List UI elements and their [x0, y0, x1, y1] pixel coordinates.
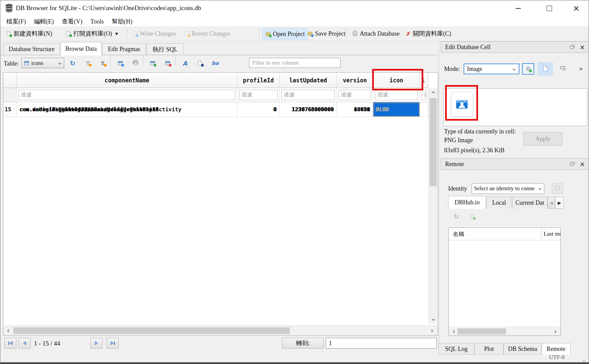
remote-tab-dbhub[interactable]: DBHub.io — [448, 196, 486, 209]
last-record-button[interactable] — [107, 338, 119, 349]
remote-tab-current-database[interactable]: Current Dat — [512, 197, 548, 209]
tab-scroll-right-button[interactable]: ▶ — [555, 197, 564, 209]
write-changes-button[interactable]: Write Changes — [129, 28, 179, 39]
replace-button[interactable]: ba — [210, 58, 220, 68]
scroll-down-button[interactable] — [429, 315, 438, 324]
float-panel-button[interactable] — [570, 161, 575, 168]
cell-profile_id[interactable]: 0 — [237, 102, 280, 117]
horizontal-scrollbar[interactable] — [3, 325, 438, 335]
horizontal-scroll-thumb[interactable] — [458, 328, 506, 334]
cell-icon[interactable]: BLOB — [373, 102, 420, 117]
tab-browse-data[interactable]: Browse Data — [60, 42, 102, 55]
dock-tab-sql-log[interactable]: SQL Log — [438, 343, 474, 355]
import-data-button[interactable]: ⚙ — [522, 63, 534, 75]
remote-refresh-button[interactable]: ↻ — [451, 211, 462, 221]
vertical-scrollbar[interactable] — [428, 88, 438, 324]
blob-image-thumbnail[interactable] — [451, 92, 473, 117]
print-button[interactable] — [130, 58, 141, 68]
dock-tab-plot[interactable]: Plot — [474, 343, 504, 355]
tab-edit-pragmas[interactable]: Edit Pragmas — [102, 43, 146, 55]
attach-database-button[interactable]: Attach Database — [349, 28, 402, 39]
column-filter-input[interactable]: 過濾 — [420, 88, 428, 102]
column-filter-input[interactable]: 過濾 — [337, 88, 373, 102]
refresh-table-button[interactable]: ↻ — [68, 58, 78, 68]
scroll-up-button[interactable] — [429, 88, 438, 97]
save-project-button[interactable]: Save Project — [305, 28, 348, 39]
header-icon[interactable]: icon — [373, 73, 420, 88]
open-project-button[interactable]: Open Project — [262, 28, 308, 40]
header-version[interactable]: version — [337, 73, 373, 88]
menu-edit[interactable]: 編輯(E) — [30, 17, 58, 26]
apply-button[interactable]: Apply — [523, 132, 562, 146]
dock-splitter[interactable] — [439, 41, 439, 354]
scroll-right-button[interactable] — [551, 327, 560, 336]
header-lastUpdated[interactable]: lastUpdated — [280, 73, 337, 88]
remote-tab-local[interactable]: Local — [486, 197, 512, 209]
toolbar-separator — [259, 29, 260, 39]
cell-component[interactable]: com.android.contacts/… — [17, 102, 237, 117]
header-profileId[interactable]: profileId — [237, 73, 280, 88]
chevron-down-icon — [538, 185, 542, 192]
maximize-button[interactable] — [540, 0, 559, 16]
global-filter-input[interactable] — [249, 58, 341, 68]
clone-database-button[interactable] — [552, 183, 563, 194]
cell-partial[interactable] — [420, 102, 428, 117]
scroll-right-button[interactable] — [428, 326, 436, 335]
column-filter-input[interactable]: 過濾 — [237, 88, 280, 102]
cell-last_updated[interactable]: 1230768000000 — [280, 102, 337, 117]
delete-record-button[interactable] — [163, 58, 173, 68]
panel-overflow-button[interactable]: » — [579, 64, 583, 73]
vertical-scroll-thumb[interactable] — [430, 98, 437, 186]
menu-file[interactable]: 檔案(F) — [2, 17, 30, 26]
find-in-cells-button[interactable] — [195, 58, 205, 68]
cell-num[interactable]: 15 — [3, 102, 17, 117]
goto-button[interactable]: 轉到: — [282, 338, 324, 349]
menu-view[interactable]: 查看(V) — [58, 17, 86, 26]
tab-execute-sql[interactable]: 執行 SQL — [146, 43, 184, 55]
header-rownum[interactable] — [3, 73, 17, 88]
close-panel-button[interactable]: × — [580, 161, 585, 167]
cell-version[interactable]: 10731 — [337, 102, 373, 117]
column-filter-input[interactable]: 過濾 — [373, 88, 420, 102]
revert-changes-button[interactable]: Revert Changes — [181, 28, 233, 39]
scroll-left-button[interactable] — [4, 326, 13, 335]
dock-tab-remote[interactable]: Remote — [542, 343, 571, 355]
menu-tools[interactable]: Tools — [86, 17, 108, 26]
horizontal-scroll-thumb[interactable] — [13, 327, 290, 334]
insert-record-button[interactable] — [148, 58, 158, 68]
clear-sorting-button[interactable]: ⇅ — [98, 58, 108, 68]
edit-cell-button[interactable]: A — [180, 58, 190, 68]
first-record-button[interactable] — [4, 338, 16, 349]
new-database-button[interactable]: 新建資料庫(N) — [3, 28, 55, 39]
identity-selector[interactable]: Select an identity to conne — [472, 183, 544, 194]
save-view-button[interactable] — [115, 58, 125, 68]
column-filter-input[interactable]: 過濾 — [280, 88, 337, 102]
header-componentName[interactable]: componentName — [17, 73, 237, 88]
word-wrap-button[interactable] — [558, 64, 568, 74]
scroll-left-button[interactable] — [449, 327, 458, 336]
close-button[interactable]: × — [567, 0, 586, 16]
text-mode-button[interactable] — [538, 62, 553, 76]
open-database-dropdown-icon[interactable]: ▼ — [115, 32, 118, 36]
table-selector[interactable]: icons — [21, 58, 64, 68]
modified-column-header[interactable]: Last mo — [544, 231, 560, 237]
tab-database-structure[interactable]: Database Structure — [3, 43, 60, 55]
close-panel-button[interactable]: × — [580, 44, 585, 50]
clear-filters-button[interactable] — [83, 58, 93, 68]
goto-record-input[interactable] — [326, 338, 437, 349]
name-column-header[interactable]: 名稱 — [449, 230, 464, 238]
next-page-button[interactable] — [90, 338, 103, 349]
float-panel-button[interactable] — [570, 44, 575, 51]
header-partial[interactable]: i — [420, 73, 428, 88]
remote-list-scrollbar[interactable] — [449, 327, 560, 335]
dock-tab-db-schema[interactable]: DB Schema — [504, 343, 542, 355]
previous-page-button[interactable] — [18, 338, 31, 349]
open-database-button[interactable]: 打開資料庫(O) ▼ — [63, 28, 121, 39]
close-database-button[interactable]: ✗ 關閉資料庫(C) — [403, 28, 454, 39]
menu-help[interactable]: 幫助(H) — [108, 17, 136, 26]
remote-upload-button[interactable] — [467, 211, 477, 221]
column-filter-input[interactable]: 過濾 — [17, 88, 237, 102]
tab-scroll-left-button[interactable]: ◀ — [548, 197, 555, 209]
minimize-button[interactable] — [509, 0, 527, 16]
mode-selector[interactable]: Image — [464, 64, 519, 74]
